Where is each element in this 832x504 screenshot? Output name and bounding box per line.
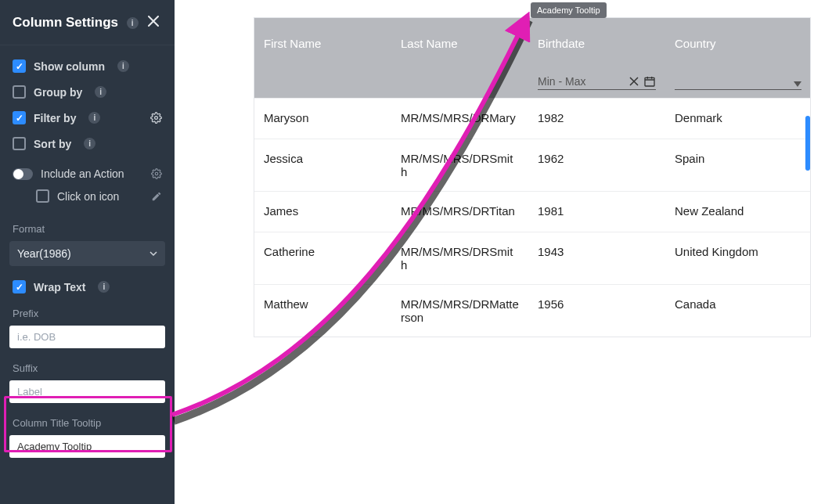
- gear-icon: [150, 112, 162, 124]
- table-row[interactable]: Catherine MR/MS/MRS/DRSmith 1943 United …: [254, 232, 810, 284]
- panel-header: Column Settings i: [0, 0, 175, 45]
- show-column-label: Show column: [34, 60, 105, 73]
- column-header-birthdate[interactable]: Birthdate: [528, 18, 665, 98]
- close-icon: [148, 16, 159, 27]
- info-icon[interactable]: i: [88, 112, 100, 124]
- column-tooltip-section: Column Title Tooltip: [0, 414, 175, 466]
- suffix-label: Suffix: [0, 359, 175, 377]
- column-tooltip-label: Column Title Tooltip: [0, 414, 175, 432]
- cell-last-name: MR/MS/MRS/DRSmith: [391, 232, 528, 284]
- svg-point-1: [155, 172, 158, 175]
- info-icon[interactable]: i: [127, 17, 139, 29]
- table-row[interactable]: Maryson MR/MS/MRS/DRMary 1982 Denmark: [254, 98, 810, 139]
- column-header-first-name[interactable]: First Name: [254, 18, 391, 98]
- cell-country: Spain: [665, 139, 811, 191]
- format-section: Format Year(1986): [0, 220, 175, 266]
- prefix-label: Prefix: [0, 304, 175, 322]
- wrap-text-checkbox[interactable]: [13, 280, 26, 293]
- dropdown-icon[interactable]: [794, 81, 801, 88]
- filter-by-label: Filter by: [34, 112, 76, 124]
- column-header-last-name[interactable]: Last Name: [391, 18, 528, 98]
- cell-first-name: Catherine: [254, 232, 391, 284]
- filter-by-checkbox[interactable]: [13, 111, 26, 124]
- column-header-country[interactable]: Country: [665, 18, 811, 98]
- include-action-toggle[interactable]: [13, 168, 33, 180]
- cell-last-name: MR/MS/MRS/DRTitan: [391, 192, 528, 232]
- pencil-icon: [151, 191, 162, 202]
- cell-last-name: MR/MS/MRS/DRMary: [391, 99, 528, 139]
- click-on-icon-option[interactable]: Click on icon: [13, 185, 162, 214]
- suffix-section: Suffix: [0, 359, 175, 411]
- info-icon[interactable]: i: [98, 281, 110, 293]
- table-row[interactable]: Jessica MR/MS/MRS/DRSmith 1962 Spain: [254, 139, 810, 191]
- column-header-country-label: Country: [675, 37, 801, 50]
- cell-first-name: Matthew: [254, 285, 391, 337]
- sort-by-checkbox[interactable]: [13, 137, 26, 150]
- svg-point-0: [155, 117, 158, 120]
- cell-birthdate: 1982: [528, 99, 665, 139]
- click-on-icon-checkbox[interactable]: [36, 189, 49, 203]
- include-action-label: Include an Action: [41, 167, 124, 180]
- cell-last-name: MR/MS/MRS/DRMatterson: [391, 285, 528, 337]
- column-header-last-name-label: Last Name: [401, 37, 519, 50]
- svg-rect-2: [645, 77, 654, 86]
- sort-by-option[interactable]: Sort by i: [13, 131, 162, 157]
- group-by-checkbox[interactable]: [13, 85, 26, 99]
- prefix-section: Prefix: [0, 304, 175, 356]
- cell-country: Canada: [665, 285, 811, 337]
- cell-first-name: Jessica: [254, 139, 391, 191]
- table-body: Maryson MR/MS/MRS/DRMary 1982 Denmark Je…: [254, 98, 810, 337]
- cell-country: New Zealand: [665, 192, 811, 232]
- country-filter[interactable]: [675, 80, 801, 90]
- info-icon[interactable]: i: [95, 86, 106, 98]
- scroll-indicator[interactable]: [805, 116, 810, 171]
- tooltip-text: Academy Tooltip: [537, 5, 600, 15]
- clear-icon[interactable]: [629, 77, 639, 86]
- gear-icon: [151, 168, 162, 179]
- cell-first-name: James: [254, 192, 391, 232]
- cell-birthdate: 1981: [528, 192, 665, 232]
- table-row[interactable]: Matthew MR/MS/MRS/DRMatterson 1956 Canad…: [254, 284, 810, 337]
- chevron-down-icon: [149, 250, 157, 257]
- filter-settings-button[interactable]: [150, 112, 162, 124]
- panel-title-text: Column Settings: [13, 15, 118, 30]
- column-tooltip-input[interactable]: [9, 435, 165, 458]
- column-header-birthdate-label: Birthdate: [538, 37, 656, 50]
- info-icon[interactable]: i: [117, 60, 129, 72]
- column-settings-panel: Column Settings i Show column i Group by…: [0, 0, 175, 504]
- calendar-icon[interactable]: [643, 75, 656, 88]
- format-label: Format: [0, 220, 175, 238]
- group-by-label: Group by: [34, 86, 82, 99]
- column-tooltip-popup: Academy Tooltip: [531, 2, 607, 18]
- options-group: Show column i Group by i Filter by i Sor…: [0, 45, 175, 217]
- click-on-icon-edit-button[interactable]: [151, 191, 162, 202]
- group-by-option[interactable]: Group by i: [13, 79, 162, 105]
- cell-birthdate: 1956: [528, 285, 665, 337]
- show-column-option[interactable]: Show column i: [13, 53, 162, 79]
- format-select[interactable]: Year(1986): [9, 241, 165, 266]
- info-icon[interactable]: i: [84, 138, 95, 149]
- click-on-icon-label: Click on icon: [57, 190, 119, 203]
- filter-by-option[interactable]: Filter by i: [13, 105, 162, 131]
- cell-birthdate: 1962: [528, 139, 665, 191]
- include-action-settings-button[interactable]: [151, 168, 162, 179]
- column-header-first-name-label: First Name: [264, 37, 382, 50]
- cell-country: United Kingdom: [665, 232, 811, 284]
- close-button[interactable]: [145, 11, 162, 34]
- include-action-option[interactable]: Include an Action: [13, 157, 162, 185]
- prefix-input[interactable]: [9, 326, 165, 348]
- table-header: First Name Last Name Birthdate Country: [254, 18, 810, 98]
- cell-last-name: MR/MS/MRS/DRSmith: [391, 139, 528, 191]
- wrap-text-label: Wrap Text: [34, 281, 85, 293]
- birthdate-filter-input[interactable]: [538, 75, 625, 88]
- birthdate-filter[interactable]: [538, 74, 656, 90]
- cell-birthdate: 1943: [528, 232, 665, 284]
- table-row[interactable]: James MR/MS/MRS/DRTitan 1981 New Zealand: [254, 191, 810, 232]
- format-value: Year(1986): [17, 247, 71, 260]
- panel-title: Column Settings i: [13, 15, 139, 31]
- show-column-checkbox[interactable]: [13, 59, 26, 73]
- wrap-text-option[interactable]: Wrap Text i: [0, 272, 175, 301]
- data-table: First Name Last Name Birthdate Country M…: [254, 17, 811, 337]
- suffix-input[interactable]: [9, 380, 165, 403]
- cell-first-name: Maryson: [254, 99, 391, 139]
